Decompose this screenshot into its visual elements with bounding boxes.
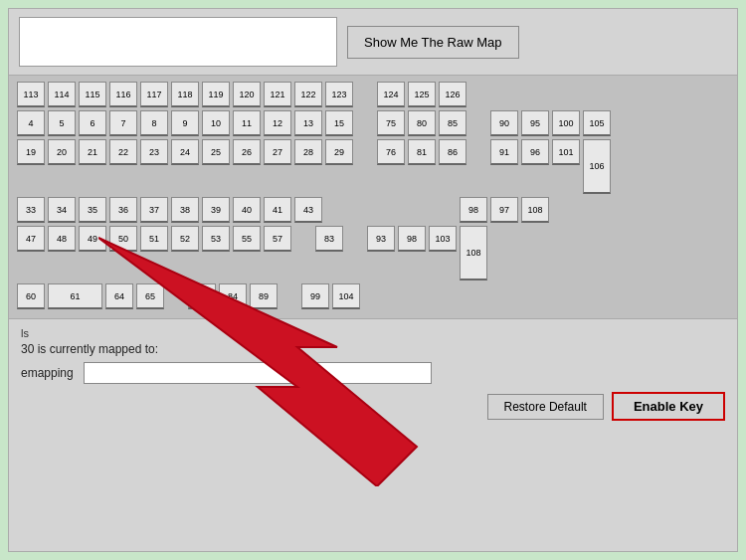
key-118[interactable]: 118 — [171, 82, 199, 107]
key-80[interactable]: 80 — [408, 110, 436, 136]
key-125[interactable]: 125 — [408, 82, 436, 107]
key-105[interactable]: 105 — [583, 110, 611, 136]
key-28[interactable]: 28 — [294, 139, 322, 165]
key-108b[interactable]: 108 — [460, 226, 487, 280]
key-61[interactable]: 61 — [48, 283, 102, 309]
key-33[interactable]: 33 — [17, 197, 45, 223]
key-10[interactable]: 10 — [202, 110, 230, 136]
top-bar: Show Me The Raw Map — [9, 9, 737, 75]
key-26[interactable]: 26 — [233, 139, 261, 165]
key-114[interactable]: 114 — [48, 82, 76, 107]
key-97[interactable]: 97 — [490, 197, 518, 223]
key-81[interactable]: 81 — [408, 139, 436, 165]
key-106[interactable]: 106 — [583, 139, 611, 194]
key-21[interactable]: 21 — [79, 139, 106, 165]
key-25[interactable]: 25 — [202, 139, 230, 165]
key-64[interactable]: 64 — [105, 283, 133, 309]
key-108a[interactable]: 108 — [521, 197, 549, 223]
key-84[interactable]: 84 — [219, 283, 247, 309]
key-96[interactable]: 96 — [521, 139, 549, 165]
key-36[interactable]: 36 — [109, 197, 137, 223]
key-126[interactable]: 126 — [439, 82, 466, 107]
bottom-area: ls 30 is currently mapped to: emapping R… — [9, 319, 737, 429]
key-15[interactable]: 15 — [325, 110, 353, 136]
key-5[interactable]: 5 — [48, 110, 76, 136]
keyboard-row-2: 4 5 6 7 8 9 10 11 12 13 15 75 80 85 90 9… — [17, 110, 729, 136]
key-117[interactable]: 117 — [140, 82, 168, 107]
key-90[interactable]: 90 — [490, 110, 518, 136]
key-20[interactable]: 20 — [48, 139, 76, 165]
key-9[interactable]: 9 — [171, 110, 199, 136]
key-83[interactable]: 83 — [315, 226, 343, 252]
key-8[interactable]: 8 — [140, 110, 168, 136]
key-119[interactable]: 119 — [202, 82, 230, 107]
key-121[interactable]: 121 — [264, 82, 291, 107]
key-12[interactable]: 12 — [264, 110, 291, 136]
key-19[interactable]: 19 — [17, 139, 45, 165]
key-51[interactable]: 51 — [140, 226, 168, 252]
key-41[interactable]: 41 — [264, 197, 291, 223]
key-55[interactable]: 55 — [233, 226, 261, 252]
key-122[interactable]: 122 — [294, 82, 322, 107]
key-22[interactable]: 22 — [109, 139, 137, 165]
keyboard-row-6: 60 61 64 65 79 84 89 99 104 — [17, 283, 729, 309]
key-98a[interactable]: 98 — [460, 197, 487, 223]
key-98b[interactable]: 98 — [398, 226, 426, 252]
key-89[interactable]: 89 — [250, 283, 278, 309]
key-120[interactable]: 120 — [233, 82, 261, 107]
key-60[interactable]: 60 — [17, 283, 45, 309]
key-95[interactable]: 95 — [521, 110, 549, 136]
key-100[interactable]: 100 — [552, 110, 580, 136]
remapping-input[interactable] — [84, 362, 432, 384]
mapped-label: 30 is currently mapped to: — [21, 342, 725, 356]
buttons-row: Restore Default Enable Key — [21, 392, 725, 421]
key-7[interactable]: 7 — [109, 110, 137, 136]
text-input-box[interactable] — [19, 17, 337, 67]
key-123[interactable]: 123 — [325, 82, 353, 107]
key-52[interactable]: 52 — [171, 226, 199, 252]
key-116[interactable]: 116 — [109, 82, 137, 107]
restore-default-button[interactable]: Restore Default — [487, 394, 604, 420]
key-101[interactable]: 101 — [552, 139, 580, 165]
key-104[interactable]: 104 — [332, 283, 360, 309]
key-103[interactable]: 103 — [429, 226, 457, 252]
key-35[interactable]: 35 — [79, 197, 106, 223]
key-29[interactable]: 29 — [325, 139, 353, 165]
key-11[interactable]: 11 — [233, 110, 261, 136]
key-27[interactable]: 27 — [264, 139, 291, 165]
keys-section-label: ls — [21, 327, 725, 339]
key-113[interactable]: 113 — [17, 82, 45, 107]
key-79[interactable]: 79 — [188, 283, 216, 309]
key-49[interactable]: 49 — [79, 226, 106, 252]
key-50[interactable]: 50 — [109, 226, 137, 252]
key-4[interactable]: 4 — [17, 110, 45, 136]
key-53[interactable]: 53 — [202, 226, 230, 252]
key-76[interactable]: 76 — [377, 139, 405, 165]
key-65[interactable]: 65 — [136, 283, 164, 309]
key-24[interactable]: 24 — [171, 139, 199, 165]
key-38[interactable]: 38 — [171, 197, 199, 223]
key-43[interactable]: 43 — [294, 197, 322, 223]
key-93[interactable]: 93 — [367, 226, 395, 252]
enable-key-button[interactable]: Enable Key — [612, 392, 725, 421]
key-91[interactable]: 91 — [490, 139, 518, 165]
key-115[interactable]: 115 — [79, 82, 106, 107]
key-85[interactable]: 85 — [439, 110, 466, 136]
key-124[interactable]: 124 — [377, 82, 405, 107]
key-75[interactable]: 75 — [377, 110, 405, 136]
key-86[interactable]: 86 — [439, 139, 466, 165]
key-57[interactable]: 57 — [264, 226, 291, 252]
key-99[interactable]: 99 — [301, 283, 329, 309]
key-13[interactable]: 13 — [294, 110, 322, 136]
key-40[interactable]: 40 — [233, 197, 261, 223]
key-47[interactable]: 47 — [17, 226, 45, 252]
remapping-label: emapping — [21, 366, 74, 380]
show-raw-map-button[interactable]: Show Me The Raw Map — [347, 26, 519, 59]
keyboard-row-5: 47 48 49 50 51 52 53 55 57 83 93 98 103 … — [17, 226, 729, 280]
key-23[interactable]: 23 — [140, 139, 168, 165]
key-39[interactable]: 39 — [202, 197, 230, 223]
key-37[interactable]: 37 — [140, 197, 168, 223]
key-6[interactable]: 6 — [79, 110, 106, 136]
key-34[interactable]: 34 — [48, 197, 76, 223]
key-48[interactable]: 48 — [48, 226, 76, 252]
